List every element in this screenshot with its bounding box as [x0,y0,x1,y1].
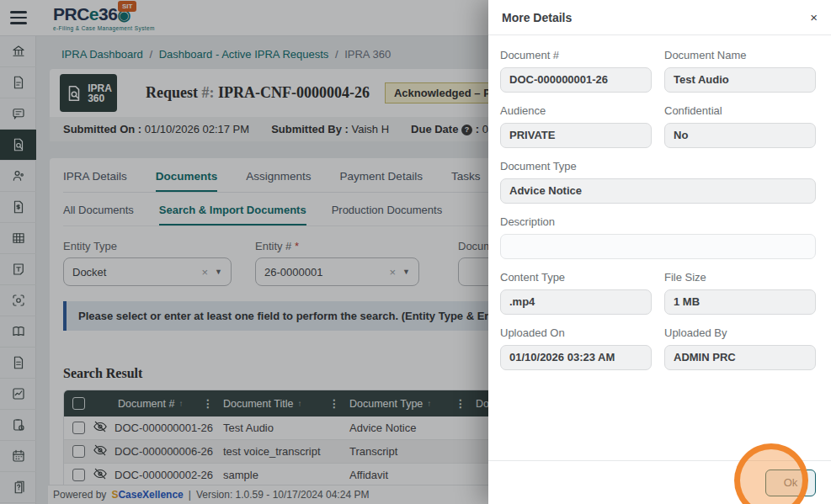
field-description: Description [500,215,816,259]
confidential-value: No [664,123,816,148]
field-file-size: File Size1 MB [664,271,816,315]
field-document-name: Document NameTest Audio [664,49,816,93]
field-document-type: Document TypeAdvice Notice [500,160,816,204]
more-details-drawer: More Details × Document #DOC-000000001-2… [488,0,831,504]
app-root: PRCe36◉ e-Filing & Case Management Syste… [0,0,831,504]
field-document-number: Document #DOC-000000001-26 [500,49,652,93]
audience-value: PRIVATE [500,123,652,148]
document-type-value: Advice Notice [500,178,816,204]
ok-button[interactable]: Ok [765,470,816,496]
uploaded-by-value: ADMIN PRC [664,345,816,370]
field-audience: AudiencePRIVATE [500,104,652,148]
close-icon[interactable]: × [810,11,818,24]
file-size-value: 1 MB [664,289,816,315]
field-uploaded-on: Uploaded On01/10/2026 03:23 AM [500,326,652,370]
drawer-body: Document #DOC-000000001-26 Document Name… [488,35,831,382]
content-type-value: .mp4 [500,289,652,315]
field-uploaded-by: Uploaded ByADMIN PRC [664,326,816,370]
field-content-type: Content Type.mp4 [500,271,652,315]
drawer-header: More Details × [488,0,831,35]
drawer-footer: Ok [488,460,831,504]
document-name-value: Test Audio [664,67,816,93]
description-value [500,234,816,259]
field-confidential: ConfidentialNo [664,104,816,148]
document-number-value: DOC-000000001-26 [500,67,652,93]
drawer-title: More Details [502,11,572,24]
uploaded-on-value: 01/10/2026 03:23 AM [500,345,652,370]
